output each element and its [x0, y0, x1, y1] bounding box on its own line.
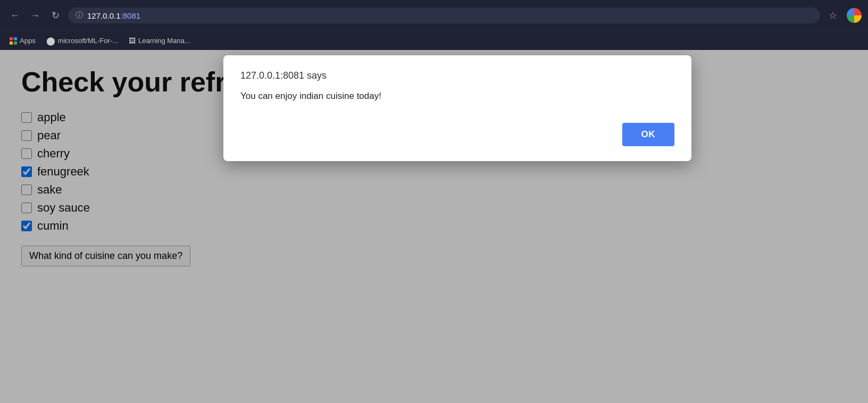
url-port: :8081 [121, 11, 141, 20]
bookmark-star-button[interactable]: ☆ [824, 7, 841, 24]
bookmark-learning[interactable]: 🖼 Learning Mana... [124, 35, 195, 47]
profile-icon[interactable] [847, 8, 862, 23]
dialog-overlay: 127.0.0.1:8081 says You can enjoy indian… [0, 50, 868, 403]
apps-grid-icon [10, 37, 17, 45]
bookmark-github-label: microsoft/ML-For-... [58, 37, 118, 45]
toolbar-right: ☆ [824, 7, 862, 24]
github-icon: ⬤ [46, 36, 55, 46]
bookmark-learning-label: Learning Mana... [138, 37, 190, 45]
dialog-message: You can enjoy indian cuisine today! [240, 91, 674, 102]
bookmark-apps-label: Apps [20, 37, 36, 45]
bookmark-apps[interactable]: Apps [5, 35, 40, 47]
learning-icon: 🖼 [129, 37, 136, 45]
bookmarks-bar: Apps ⬤ microsoft/ML-For-... 🖼 Learning M… [0, 31, 868, 50]
address-bar[interactable]: ⓘ 127.0.0.1:8081 [68, 7, 820, 23]
browser-chrome: ← → ↻ ⓘ 127.0.0.1:8081 ☆ [0, 0, 868, 31]
reload-button[interactable]: ↻ [47, 7, 64, 24]
dialog-title: 127.0.0.1:8081 says [240, 70, 674, 81]
dialog-ok-button[interactable]: OK [622, 123, 675, 146]
nav-buttons: ← → ↻ [6, 7, 64, 24]
info-icon: ⓘ [76, 11, 83, 20]
forward-button[interactable]: → [27, 7, 44, 24]
url-display: 127.0.0.1:8081 [87, 11, 813, 20]
back-button[interactable]: ← [6, 7, 23, 24]
page-content: Check your refrigerator. apple pear cher… [0, 50, 868, 403]
url-host: 127.0.0.1 [87, 11, 121, 20]
bookmark-github[interactable]: ⬤ microsoft/ML-For-... [42, 34, 122, 48]
dialog-box: 127.0.0.1:8081 says You can enjoy indian… [223, 55, 691, 161]
dialog-footer: OK [240, 123, 674, 146]
